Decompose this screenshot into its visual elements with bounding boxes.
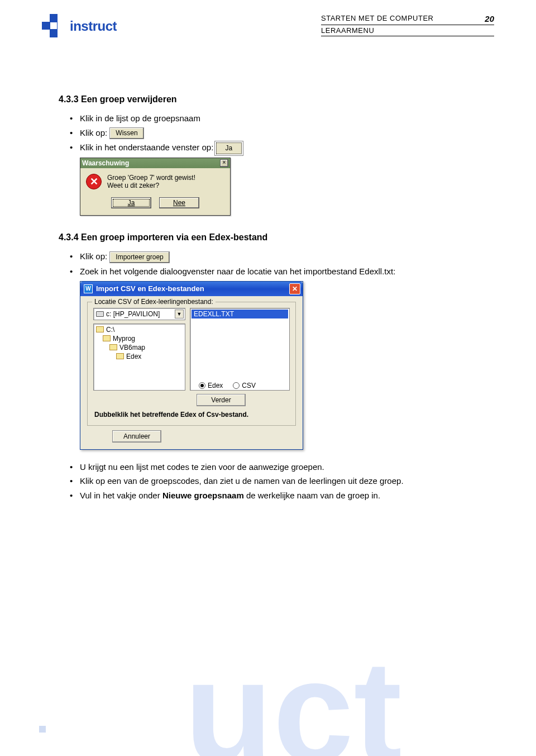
section-434-title: 4.3.4 Een groep importeren via een Edex-… <box>59 232 494 243</box>
bullet-item: Vul in het vakje onder Nieuwe groepsnaam… <box>80 489 489 502</box>
watermark-dot <box>39 726 46 733</box>
bullet-text-bold: Nieuwe groepsnaam <box>162 491 244 500</box>
tree-node[interactable]: VB6map <box>119 344 145 351</box>
annuleer-button[interactable]: Annuleer <box>112 430 161 443</box>
radio-label: CSV <box>242 382 256 389</box>
bullet-item: U krijgt nu een lijst met codes te zien … <box>80 461 489 473</box>
warning-message: Groep 'Groep 7' wordt gewist! Weet u dit… <box>107 174 195 189</box>
directory-tree[interactable]: C:\ Myprog VB6map Edex <box>93 324 185 391</box>
svg-text:uct: uct <box>184 630 402 756</box>
bullet-item: Zoek in het volgende dialoogvenster naar… <box>80 265 489 278</box>
folder-icon <box>96 326 104 332</box>
bullet-text: de werkelijke naam van de groep in. <box>244 491 380 500</box>
bullet-text: Klik in het onderstaande venster op: <box>80 142 216 152</box>
bullet-item: Klik op een van de groepscodes, dan ziet… <box>80 475 489 487</box>
groupbox-legend: Locatie CSV of Edex-leerlingenbestand: <box>92 298 216 306</box>
disk-icon <box>96 311 104 317</box>
close-icon[interactable]: ✕ <box>289 283 300 294</box>
import-dialog: W Import CSV en Edex-bestanden ✕ Locatie… <box>80 281 303 450</box>
radio-edex[interactable]: Edex <box>199 382 223 389</box>
nee-button[interactable]: Nee <box>159 197 199 208</box>
import-dialog-title: Import CSV en Edex-bestanden <box>96 284 204 293</box>
radio-icon <box>233 382 240 389</box>
watermark: uct <box>173 627 536 756</box>
tree-node[interactable]: Edex <box>126 353 141 360</box>
page-header: instruct STARTEN MET DE COMPUTER 20 LERA… <box>42 14 494 39</box>
doc-title: STARTEN MET DE COMPUTER <box>321 14 433 23</box>
warning-dialog-title: Waarschuwing <box>82 159 129 167</box>
chevron-down-icon[interactable]: ▼ <box>175 310 184 318</box>
bullet-text: Vul in het vakje onder <box>80 491 162 500</box>
warning-line2: Weet u dit zeker? <box>107 182 195 189</box>
ja-inline-button[interactable]: Ja <box>216 142 242 154</box>
bullet-text: Klik op: <box>80 128 109 137</box>
ja-button[interactable]: Ja <box>111 197 151 208</box>
folder-icon <box>116 353 124 359</box>
app-icon: W <box>84 284 93 293</box>
doc-subtitle: LERAARMENU <box>321 26 494 36</box>
wissen-button[interactable]: Wissen <box>109 127 143 139</box>
section-433-title: 4.3.3 Een groep verwijderen <box>59 94 494 104</box>
instruction-text: Dubbelklik het betreffende Edex of Csv-b… <box>93 406 290 420</box>
tree-node[interactable]: Myprog <box>113 335 135 343</box>
warning-line1: Groep 'Groep 7' wordt gewist! <box>107 174 195 182</box>
bullet-item: Klik op: Wissen <box>80 127 489 140</box>
bullet-item: Klik op: Importeer groep <box>80 250 489 263</box>
radio-label: Edex <box>208 382 223 389</box>
drive-label: c: [HP_PAVILION] <box>106 310 160 318</box>
radio-csv[interactable]: CSV <box>233 382 256 389</box>
tree-node[interactable]: C:\ <box>106 326 114 334</box>
file-list-selected[interactable]: EDEXLL.TXT <box>192 310 288 318</box>
logo: instruct <box>42 14 117 39</box>
warning-dialog: Waarschuwing × ✕ Groep 'Groep 7' wordt g… <box>80 158 231 216</box>
close-icon[interactable]: × <box>220 159 228 167</box>
bullet-item: Klik in de lijst op de groepsnaam <box>80 112 489 125</box>
file-list[interactable]: EDEXLL.TXT <box>190 308 290 391</box>
folder-icon <box>109 344 117 350</box>
page-number: 20 <box>485 14 494 23</box>
importeer-groep-button[interactable]: Importeer groep <box>109 251 169 263</box>
error-icon: ✕ <box>86 174 102 189</box>
logo-text: instruct <box>70 18 117 34</box>
logo-mark-icon <box>42 14 66 39</box>
folder-icon <box>103 335 111 341</box>
drive-select[interactable]: c: [HP_PAVILION] ▼ <box>93 308 185 320</box>
bullet-text: Klik op: <box>80 251 109 261</box>
verder-button[interactable]: Verder <box>197 394 246 406</box>
radio-icon <box>199 382 205 389</box>
bullet-item: Klik in het onderstaande venster op: Ja <box>80 141 489 154</box>
